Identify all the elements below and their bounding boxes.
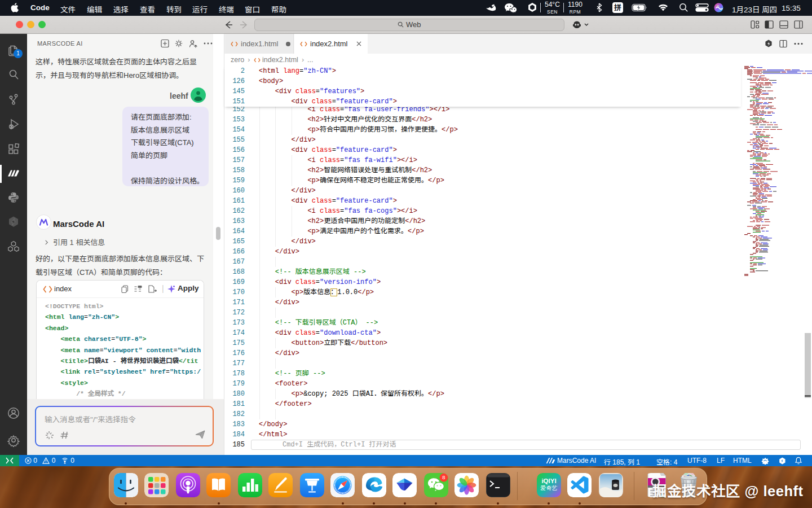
svg-text:8: 8 [442,474,445,480]
svg-text:爱奇艺: 爱奇艺 [541,485,558,491]
svg-text:iQIYI: iQIYI [541,478,556,484]
